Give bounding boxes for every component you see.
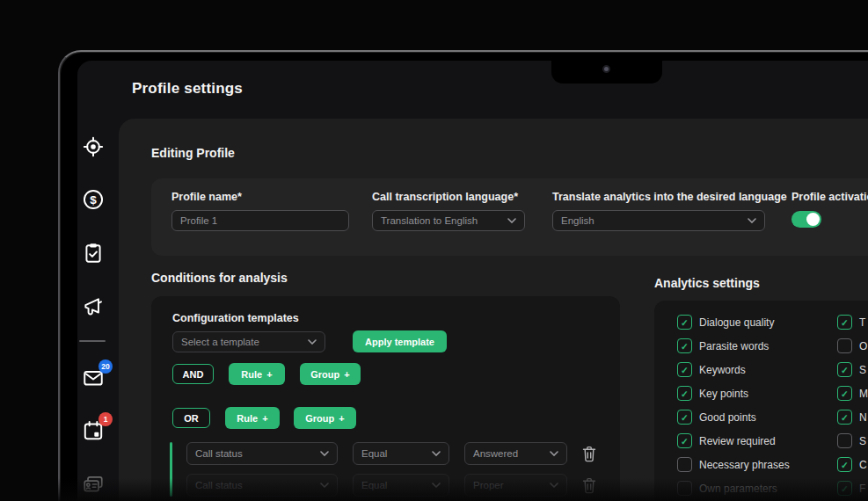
chevron-down-icon — [748, 218, 756, 223]
checkbox[interactable]: ✓ — [677, 457, 692, 472]
checkbox[interactable]: ✓ — [677, 386, 692, 401]
analytics-item: ✓ O — [837, 338, 867, 353]
chevron-down-icon — [320, 483, 329, 488]
chevron-down-icon — [507, 218, 516, 223]
sidebar-item-tasks[interactable] — [81, 241, 105, 265]
checkbox[interactable]: ✓ — [677, 481, 692, 496]
add-rule-button[interactable]: Rule + — [229, 363, 285, 385]
conditions-card: Configuration templates Select a templat… — [151, 296, 620, 501]
analytics-item: ✓ Parasite words — [677, 338, 769, 353]
chevron-down-icon — [550, 483, 558, 488]
inbox-badge: 20 — [98, 359, 113, 374]
add-group-button[interactable]: Group + — [300, 363, 361, 385]
profile-name-input[interactable]: Profile 1 — [171, 210, 349, 231]
checkbox[interactable]: ✓ — [677, 338, 692, 353]
checkbox[interactable]: ✓ — [677, 410, 692, 425]
rule-group-indicator — [170, 442, 172, 497]
chevron-down-icon — [320, 451, 329, 456]
sidebar-item-contacts[interactable] — [81, 472, 105, 496]
svg-text:$: $ — [90, 192, 97, 206]
profile-activation-toggle[interactable] — [791, 211, 821, 228]
profile-name-label: Profile name* — [171, 191, 242, 203]
profile-name-value: Profile 1 — [180, 215, 217, 226]
delete-rule-button[interactable] — [582, 477, 596, 494]
calendar-badge: 1 — [98, 412, 113, 426]
conditions-heading: Conditions for analysis — [151, 271, 288, 285]
checkbox[interactable]: ✓ — [837, 315, 852, 330]
sidebar-item-calendar[interactable]: 1 — [81, 418, 105, 442]
analytics-item: ✓ Good points — [677, 410, 756, 425]
analytics-item: ✓ S — [837, 362, 866, 377]
sidebar-item-inbox[interactable]: 20 — [81, 366, 105, 389]
plus-icon: + — [344, 369, 349, 380]
checkbox[interactable]: ✓ — [837, 481, 852, 496]
transcription-language-select[interactable]: Translation to English — [372, 210, 525, 231]
page-title: Profile settings — [132, 80, 243, 98]
profile-activation-label: Profile activation — [791, 191, 868, 203]
analytics-item: ✓ C — [837, 457, 867, 472]
sidebar-item-announcements[interactable] — [81, 294, 105, 318]
page: Profile settings $ — [0, 0, 868, 501]
analytics-item: ✓ N — [837, 410, 867, 425]
checkbox[interactable]: ✓ — [837, 386, 852, 401]
rule-operator-select[interactable]: Equal — [353, 442, 449, 465]
analytics-item: ✓ Keywords — [677, 362, 746, 377]
sidebar-divider — [79, 340, 106, 342]
plus-icon: + — [266, 369, 272, 380]
chevron-down-icon — [550, 451, 558, 456]
transcription-language-label: Call transcription language* — [372, 191, 518, 203]
profile-form-card: Profile name* Profile 1 Call transcripti… — [151, 178, 868, 256]
sidebar-item-target[interactable] — [81, 134, 105, 158]
checkbox[interactable]: ✓ — [837, 338, 852, 353]
rule-operator-select[interactable]: Equal — [353, 474, 449, 497]
laptop-frame: Profile settings $ — [58, 50, 868, 501]
rule-value-select[interactable]: Answered — [464, 442, 567, 465]
chevron-down-icon — [432, 483, 441, 488]
template-select[interactable]: Select a template — [172, 331, 325, 352]
analytics-item: ✓ T — [837, 315, 865, 330]
checkbox[interactable]: ✓ — [837, 433, 852, 448]
plus-icon: + — [339, 413, 344, 424]
laptop-notch — [551, 61, 662, 84]
translate-language-select[interactable]: English — [552, 210, 765, 231]
checkbox[interactable]: ✓ — [837, 362, 852, 377]
megaphone-icon — [82, 295, 105, 318]
rule-value-select[interactable]: Proper — [464, 474, 567, 497]
configuration-templates-label: Configuration templates — [172, 312, 299, 324]
sidebar-item-billing[interactable]: $ — [81, 187, 105, 211]
analytics-heading: Analytics settings — [654, 276, 760, 290]
analytics-item: ✓ Necessary phrases — [677, 457, 790, 472]
main-panel: Editing Profile Profile name* Profile 1 … — [119, 119, 868, 501]
id-card-icon — [82, 473, 105, 496]
add-rule-button[interactable]: Rule + — [225, 407, 280, 429]
plus-icon: + — [262, 413, 267, 424]
clipboard-check-icon — [82, 242, 105, 265]
analytics-item: ✓ Review required — [677, 433, 776, 448]
checkbox[interactable]: ✓ — [677, 362, 692, 377]
translate-language-label: Translate analytics into the desired lan… — [552, 191, 787, 203]
analytics-item: ✓ Dialogue quality — [677, 315, 774, 330]
checkbox[interactable]: ✓ — [677, 433, 692, 448]
sidebar: $ — [77, 61, 119, 501]
delete-rule-button[interactable] — [582, 446, 596, 462]
app-screen: Profile settings $ — [77, 61, 868, 501]
and-operator-button[interactable]: AND — [172, 364, 214, 384]
analytics-item: ✓ Own parameters — [677, 481, 777, 496]
checkbox[interactable]: ✓ — [837, 410, 852, 425]
analytics-card: ✓ Dialogue quality ✓ Parasite words ✓ Ke… — [654, 301, 868, 501]
analytics-item: ✓ M — [837, 386, 868, 401]
rule-field-select[interactable]: Call status — [186, 474, 338, 497]
checkbox[interactable]: ✓ — [837, 457, 852, 472]
or-operator-button[interactable]: OR — [172, 408, 210, 428]
apply-template-button[interactable]: Apply template — [353, 330, 447, 352]
analytics-item: ✓ F — [837, 481, 865, 496]
target-icon — [82, 135, 105, 158]
webcam-icon — [602, 65, 610, 73]
chevron-down-icon — [432, 451, 441, 456]
dollar-icon: $ — [82, 188, 105, 211]
add-group-button[interactable]: Group + — [294, 407, 356, 429]
editing-profile-heading: Editing Profile — [151, 146, 235, 160]
checkbox[interactable]: ✓ — [677, 315, 692, 330]
rule-field-select[interactable]: Call status — [186, 442, 338, 465]
analytics-item: ✓ Key points — [677, 386, 748, 401]
